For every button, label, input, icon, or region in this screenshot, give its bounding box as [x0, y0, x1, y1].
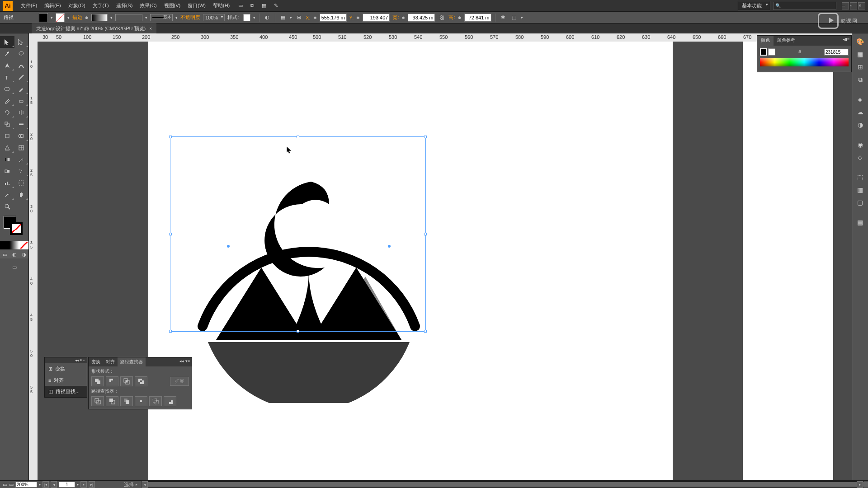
transform-item[interactable]: ⊞ 变换	[45, 363, 87, 375]
x-input[interactable]	[320, 14, 347, 22]
next-artboard-button[interactable]: ▸	[80, 481, 87, 488]
stroke-weight-field[interactable]	[91, 14, 108, 21]
screen-mode2-icon[interactable]: ◐	[9, 250, 19, 258]
minus-back-button[interactable]	[164, 396, 176, 406]
stroke-panel-icon[interactable]: ◈	[855, 94, 866, 105]
workspace-dropdown[interactable]: 基本功能	[738, 1, 770, 10]
pf-panel-menu-icon[interactable]: ◂◂ ▾≡	[178, 357, 192, 366]
pencil-tool[interactable]	[0, 95, 14, 107]
slice-tool[interactable]	[0, 189, 14, 201]
prev-artboard-button[interactable]: ◂	[51, 481, 57, 488]
screen-mode3-icon[interactable]: ◑	[19, 250, 28, 258]
minimize-button[interactable]: –	[842, 2, 849, 9]
intersect-button[interactable]	[120, 376, 133, 386]
tab-color-guide[interactable]: 颜色参考	[774, 36, 799, 46]
align-icon[interactable]: ▦	[279, 14, 287, 22]
pen-tool[interactable]	[0, 60, 14, 71]
hand-tool[interactable]	[14, 189, 29, 201]
menu-type[interactable]: 文字(T)	[89, 2, 113, 9]
symbol-sprayer-tool[interactable]	[14, 165, 29, 177]
exclude-button[interactable]	[135, 376, 147, 386]
brushes-panel-icon[interactable]: ⊞	[855, 61, 866, 72]
status-icon1[interactable]: ▭	[3, 482, 7, 488]
menu-view[interactable]: 视图(V)	[160, 2, 184, 9]
gradient-panel-icon[interactable]: ☁	[855, 107, 866, 117]
scale-tool[interactable]	[0, 118, 14, 130]
status-icon2[interactable]: ▭	[9, 482, 14, 488]
symbols-panel-icon[interactable]: ⧉	[855, 74, 866, 85]
menu-select[interactable]: 选择(S)	[113, 2, 137, 9]
opacity-label[interactable]: 不透明度	[180, 14, 200, 21]
outline-button[interactable]	[149, 396, 162, 406]
opacity-value[interactable]: 100%	[203, 14, 225, 21]
graphic-styles-panel-icon[interactable]: ◇	[855, 152, 866, 163]
feather-icon[interactable]: ✎	[272, 2, 279, 9]
mode-none[interactable]	[19, 241, 28, 249]
mesh-tool[interactable]	[14, 142, 29, 154]
align-item[interactable]: ≡ 对齐	[45, 375, 87, 386]
gradient-tool[interactable]	[0, 154, 14, 165]
blend-tool[interactable]	[0, 165, 14, 177]
isolation-icon[interactable]: ⬚	[510, 14, 518, 22]
menu-effect[interactable]: 效果(C)	[136, 2, 160, 9]
restore-button[interactable]: ▫	[850, 2, 857, 9]
zoom-input[interactable]	[15, 482, 37, 488]
paintbrush-tool[interactable]	[14, 83, 29, 95]
recolor-icon[interactable]: ◐	[263, 14, 271, 22]
asset-panel-icon[interactable]: ▥	[855, 184, 866, 195]
merge-button[interactable]	[120, 396, 133, 406]
artboard-tool[interactable]	[14, 177, 29, 189]
screen-mode-icon[interactable]: ▭	[0, 250, 9, 258]
menu-help[interactable]: 帮助(H)	[209, 2, 233, 9]
eraser-tool[interactable]	[14, 95, 29, 107]
transparency-panel-icon[interactable]: ◑	[855, 119, 866, 130]
mode-color[interactable]	[0, 241, 9, 249]
selection-bounds[interactable]	[170, 136, 426, 332]
crop-button[interactable]	[135, 396, 147, 406]
free-transform-tool[interactable]	[0, 130, 14, 142]
tab-color[interactable]: 颜色	[757, 36, 774, 46]
hex-input[interactable]	[824, 49, 849, 56]
ellipse-tool[interactable]	[0, 83, 14, 95]
zoom-tool[interactable]	[0, 201, 14, 212]
gpu-icon[interactable]: ▭	[237, 2, 244, 9]
menu-edit[interactable]: 编辑(E)	[41, 2, 65, 9]
h-input[interactable]	[464, 14, 491, 22]
stroke-label[interactable]: 描边	[72, 14, 82, 21]
tab-pathfinder[interactable]: 路径查找器	[118, 357, 146, 366]
mode-gradient[interactable]	[9, 241, 19, 249]
column-graph-tool[interactable]	[0, 177, 14, 189]
color-panel-icon[interactable]: 🎨	[855, 36, 866, 47]
menu-window[interactable]: 窗口(W)	[184, 2, 209, 9]
brush-style[interactable]: 基本	[150, 14, 173, 21]
stroke-swatch[interactable]	[56, 13, 65, 22]
close-button[interactable]: ×	[858, 2, 865, 9]
document-tab[interactable]: 龙造logo设计提案.ai* @ 200% (CMYK/GPU 预览) ×	[32, 23, 156, 33]
perspective-tool[interactable]	[0, 142, 14, 154]
link-wh-icon[interactable]: ⛓	[438, 14, 446, 22]
line-tool[interactable]	[14, 71, 29, 83]
artboards-panel-icon[interactable]: ▢	[855, 197, 866, 208]
stroke-square[interactable]	[10, 222, 23, 235]
graphic-style[interactable]	[243, 14, 250, 21]
panel-menu-icon[interactable]: ◂▮≡	[841, 36, 851, 46]
search-input[interactable]: 🔍	[773, 2, 836, 10]
close-tab-icon[interactable]: ×	[149, 26, 152, 31]
unite-button[interactable]	[91, 376, 104, 386]
brush-profile[interactable]	[115, 14, 142, 21]
last-artboard-button[interactable]: ▸|	[89, 481, 95, 488]
fill-indicator[interactable]	[760, 48, 767, 56]
layers-panel-icon[interactable]: ⬚	[855, 172, 866, 183]
width-tool[interactable]	[14, 118, 29, 130]
menu-file[interactable]: 文件(F)	[17, 2, 41, 9]
pathfinder-item[interactable]: ◫ 路径查找...	[45, 386, 87, 397]
panel-collapse-icon[interactable]: ◂◂ ≡ ×	[75, 358, 85, 362]
expand-button[interactable]: 扩展	[170, 377, 189, 386]
first-artboard-button[interactable]: |◂	[42, 481, 49, 488]
swatches-panel-icon[interactable]: ▦	[855, 49, 866, 60]
stroke-indicator[interactable]	[768, 48, 775, 56]
magic-wand-tool[interactable]	[0, 48, 14, 60]
change-screen-icon[interactable]: ▭	[12, 264, 17, 270]
divide-button[interactable]	[91, 396, 104, 406]
libraries-panel-icon[interactable]: ▤	[855, 217, 866, 228]
